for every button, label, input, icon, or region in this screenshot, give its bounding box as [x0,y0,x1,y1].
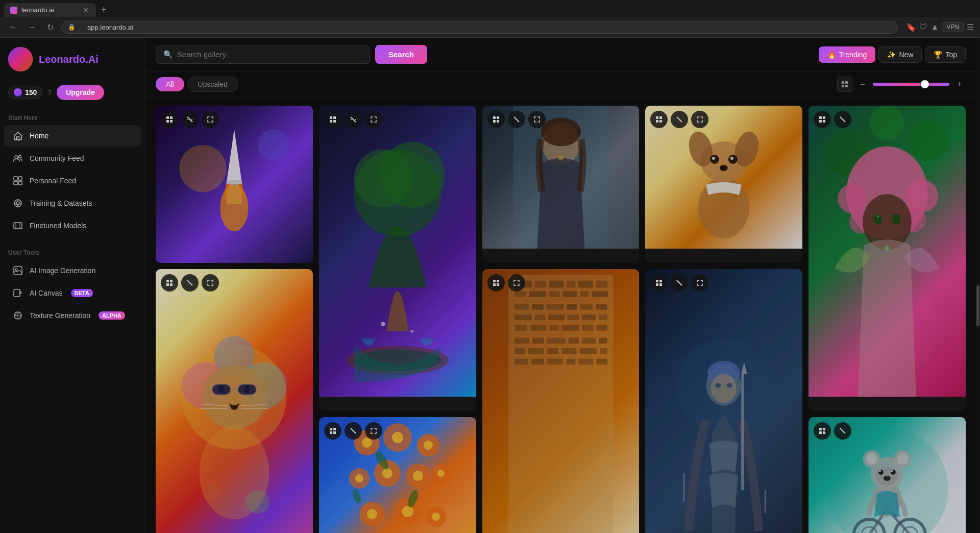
extensions-icon[interactable]: ☰ [967,22,974,32]
search-button[interactable]: Search [375,45,427,64]
texture-generation-label: Texture Generation [30,311,90,320]
home-label: Home [30,132,48,140]
zoom-out-button[interactable]: − [856,78,869,90]
item-edit-btn-3[interactable] [508,111,525,128]
svg-rect-49 [333,120,336,123]
sidebar-item-community-feed[interactable]: Community Feed [4,148,141,169]
zoom-in-button[interactable]: + [953,78,966,90]
svg-rect-170 [493,283,496,286]
tabs-row: All Upscaled − + [145,71,976,98]
security-lock-icon: 🔒 [68,23,76,31]
content-scrollbar[interactable] [976,38,980,533]
new-button[interactable]: ✨ New [878,46,922,63]
svg-rect-113 [170,280,173,282]
item-expand-btn-8[interactable] [691,274,708,292]
gallery-item-9[interactable] [319,417,476,533]
svg-rect-36 [170,120,173,123]
item-remix-btn-7[interactable] [487,274,505,292]
item-remix-btn-2[interactable] [324,111,341,128]
avatar[interactable] [8,47,33,71]
item-remix-btn-5[interactable] [814,111,831,128]
item-remix-btn-6[interactable] [161,274,178,292]
forward-button[interactable]: → [24,20,39,34]
svg-rect-47 [333,116,336,119]
gallery-item-2[interactable] [319,106,476,411]
sidebar-item-personal-feed[interactable]: Personal Feed [4,170,141,191]
top-button[interactable]: 🏆 Top [925,46,966,63]
profile-icon[interactable]: ▲ [930,22,939,32]
gallery-item-10[interactable] [808,417,966,533]
item-edit-btn-6[interactable] [181,274,199,292]
svg-rect-236 [823,431,825,434]
gallery-item-8[interactable] [645,269,802,533]
svg-rect-35 [166,120,169,123]
item-edit-btn-9[interactable] [345,422,362,440]
new-tab-button[interactable]: + [98,5,110,15]
sidebar-item-finetuned-models[interactable]: Finetuned Models [4,215,141,236]
item-edit-btn-8[interactable] [671,274,688,292]
svg-rect-0 [17,137,19,140]
gallery-item-4[interactable] [645,106,802,263]
item-remix-btn-8[interactable] [650,274,668,292]
upgrade-button[interactable]: Upgrade [57,85,104,100]
item-remix-btn-10[interactable] [814,422,831,440]
svg-rect-210 [330,428,332,430]
item-expand-btn-6[interactable] [202,274,219,292]
main-layout: Leonardo.Ai 150 ? Upgrade Start Here Hom… [0,38,980,533]
gallery [145,98,976,533]
svg-rect-4 [18,177,22,180]
item-remix-btn-9[interactable] [324,422,341,440]
scrollbar-thumb [976,285,979,326]
reload-button[interactable]: ↻ [43,20,57,34]
trending-button[interactable]: 🔥 Trending [819,46,876,63]
item-expand-btn-1[interactable] [202,111,219,128]
credits-amount: 150 [25,88,37,96]
svg-rect-48 [330,120,332,123]
tab-upscaled[interactable]: Upscaled [187,77,238,92]
sidebar-item-training-datasets[interactable]: Training & Datasets [4,192,141,214]
training-icon [12,198,23,209]
sidebar-item-home[interactable]: Home [4,125,141,147]
search-input-wrapper[interactable]: 🔍 [156,45,370,64]
bookmark-icon[interactable]: 🔖 [906,22,916,32]
gallery-item-7[interactable] [482,269,640,533]
svg-point-8 [16,202,19,205]
gallery-item-6[interactable] [156,269,313,533]
search-input[interactable] [177,50,362,59]
sidebar-item-ai-image-generation[interactable]: AI Image Generation [4,260,141,281]
item-edit-btn-4[interactable] [671,111,688,128]
item-edit-btn-5[interactable] [834,111,851,128]
address-field[interactable]: 🔒 app.leonardo.ai [61,21,898,34]
tab-all[interactable]: All [156,77,184,91]
svg-rect-90 [819,120,822,123]
new-label: New [899,51,913,59]
back-button[interactable]: ← [6,20,20,34]
item-edit-btn-1[interactable] [181,111,199,128]
credits-help-icon[interactable]: ? [47,88,52,96]
item-remix-btn-1[interactable] [161,111,178,128]
item-edit-btn-10[interactable] [834,422,851,440]
item-expand-btn-2[interactable] [365,111,382,128]
svg-line-116 [187,280,192,285]
gallery-item-3[interactable] [482,106,640,263]
item-remix-btn-3[interactable] [487,111,505,128]
item-expand-btn-7[interactable] [508,274,525,292]
item-expand-btn-4[interactable] [691,111,708,128]
gallery-item-1[interactable] [156,106,313,263]
gallery-item-5[interactable] [808,106,966,411]
grid-view-button[interactable] [837,77,852,92]
svg-rect-115 [170,283,173,286]
tab-close-button[interactable]: ✕ [82,7,90,14]
sidebar-item-ai-canvas[interactable]: AI Canvas BETA [4,282,141,304]
item-expand-btn-3[interactable] [528,111,546,128]
active-tab[interactable]: leonardo.ai ✕ [4,3,96,17]
svg-rect-34 [170,116,173,119]
vpn-badge[interactable]: VPN [942,22,964,32]
item-expand-btn-9[interactable] [365,422,382,440]
zoom-slider[interactable] [873,83,949,86]
svg-rect-23 [845,81,848,84]
sidebar-item-texture-generation[interactable]: Texture Generation ALPHA [4,305,141,326]
canvas-icon [12,287,23,299]
item-edit-btn-2[interactable] [345,111,362,128]
item-remix-btn-4[interactable] [650,111,668,128]
